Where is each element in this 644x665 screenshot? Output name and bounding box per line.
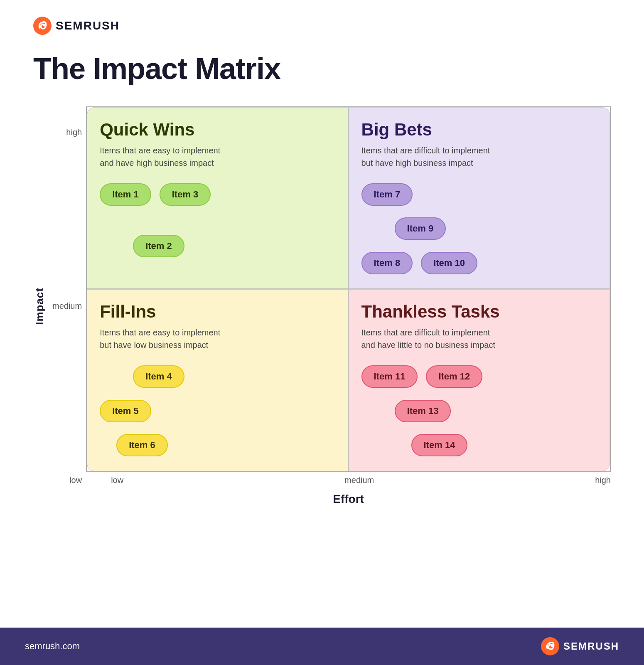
fill-ins-desc: Items that are easy to implementbut have… bbox=[100, 326, 258, 351]
footer: semrush.com SEMRUSH bbox=[0, 628, 644, 665]
list-item: Item 6 bbox=[116, 434, 168, 456]
footer-semrush-logo-icon bbox=[541, 637, 559, 655]
x-tick-medium: medium bbox=[344, 475, 374, 485]
x-axis-ticks: low medium high bbox=[111, 475, 611, 485]
y-tick-low: low bbox=[69, 475, 82, 485]
footer-brand-name: SEMRUSH bbox=[563, 640, 619, 652]
list-item: Item 14 bbox=[411, 434, 468, 456]
quick-wins-desc: Items that are easy to implementand have… bbox=[100, 144, 258, 169]
fill-ins-row2: Item 5 bbox=[100, 400, 335, 422]
semrush-logo-icon bbox=[33, 17, 52, 35]
y-tick-high: high bbox=[66, 128, 82, 137]
x-axis-label-row: Effort bbox=[86, 493, 611, 506]
big-bets-desc: Items that are difficult to implementbut… bbox=[361, 144, 519, 169]
main-content: SEMRUSH The Impact Matrix Impact high me… bbox=[0, 0, 644, 628]
x-axis-label: Effort bbox=[333, 493, 364, 506]
thankless-desc: Items that are difficult to implementand… bbox=[361, 326, 519, 351]
list-item: Item 2 bbox=[133, 235, 184, 257]
thankless-row2: Item 13 bbox=[361, 400, 597, 422]
big-bets-row2: Item 9 bbox=[361, 217, 597, 240]
matrix-grid-wrapper: Quick Wins Items that are easy to implem… bbox=[86, 106, 611, 506]
big-bets-row3: Item 8 Item 10 bbox=[361, 252, 597, 274]
brand-name: SEMRUSH bbox=[56, 19, 120, 32]
quadrant-thankless: Thankless Tasks Items that are difficult… bbox=[349, 289, 610, 471]
quick-wins-items: Item 1 Item 3 Item 2 bbox=[100, 179, 335, 280]
list-item: Item 3 bbox=[160, 183, 211, 206]
quadrant-big-bets: Big Bets Items that are difficult to imp… bbox=[349, 107, 610, 289]
thankless-title: Thankless Tasks bbox=[361, 302, 597, 321]
page-title: The Impact Matrix bbox=[33, 52, 611, 86]
fill-ins-row3: Item 6 bbox=[100, 434, 335, 456]
list-item: Item 12 bbox=[426, 365, 482, 388]
list-item: Item 4 bbox=[133, 365, 184, 388]
list-item: Item 7 bbox=[361, 183, 413, 206]
y-tick-medium: medium bbox=[52, 301, 82, 311]
thankless-row3: Item 14 bbox=[361, 434, 597, 456]
svg-point-2 bbox=[541, 637, 559, 655]
quadrant-fill-ins: Fill-Ins Items that are easy to implemen… bbox=[87, 289, 348, 471]
big-bets-title: Big Bets bbox=[361, 120, 597, 139]
big-bets-row1: Item 7 bbox=[361, 183, 597, 206]
quick-wins-row2: Item 2 bbox=[100, 235, 335, 257]
big-bets-items: Item 7 Item 9 Item 8 Item 10 bbox=[361, 179, 597, 280]
y-axis-ticks: high medium low bbox=[52, 123, 82, 489]
thankless-row1: Item 11 Item 12 bbox=[361, 365, 597, 388]
list-item: Item 13 bbox=[395, 400, 451, 422]
list-item: Item 5 bbox=[100, 400, 151, 422]
x-tick-low: low bbox=[111, 475, 123, 485]
matrix-container: Impact high medium low Quick Wins Items … bbox=[33, 106, 611, 506]
fill-ins-title: Fill-Ins bbox=[100, 302, 335, 321]
svg-point-1 bbox=[43, 24, 46, 27]
fill-ins-row1: Item 4 bbox=[100, 365, 335, 388]
footer-logo: SEMRUSH bbox=[541, 637, 619, 655]
list-item: Item 11 bbox=[361, 365, 418, 388]
svg-point-0 bbox=[33, 17, 52, 35]
list-item: Item 10 bbox=[421, 252, 477, 274]
list-item: Item 1 bbox=[100, 183, 151, 206]
quadrant-quick-wins: Quick Wins Items that are easy to implem… bbox=[87, 107, 348, 289]
matrix-with-axes: Impact high medium low Quick Wins Items … bbox=[33, 106, 611, 506]
list-item: Item 9 bbox=[395, 217, 446, 240]
list-item: Item 8 bbox=[361, 252, 413, 274]
x-axis-row: low medium high bbox=[86, 475, 611, 485]
footer-url: semrush.com bbox=[25, 641, 80, 652]
quick-wins-row1: Item 1 Item 3 bbox=[100, 183, 335, 206]
thankless-items: Item 11 Item 12 Item 13 Item 14 bbox=[361, 361, 597, 463]
y-axis-label: Impact bbox=[33, 288, 46, 325]
svg-point-3 bbox=[551, 644, 554, 647]
fill-ins-items: Item 4 Item 5 Item 6 bbox=[100, 361, 335, 463]
logo-area: SEMRUSH bbox=[33, 17, 611, 35]
quick-wins-title: Quick Wins bbox=[100, 120, 335, 139]
matrix-grid: Quick Wins Items that are easy to implem… bbox=[86, 106, 611, 472]
x-tick-high: high bbox=[595, 475, 611, 485]
